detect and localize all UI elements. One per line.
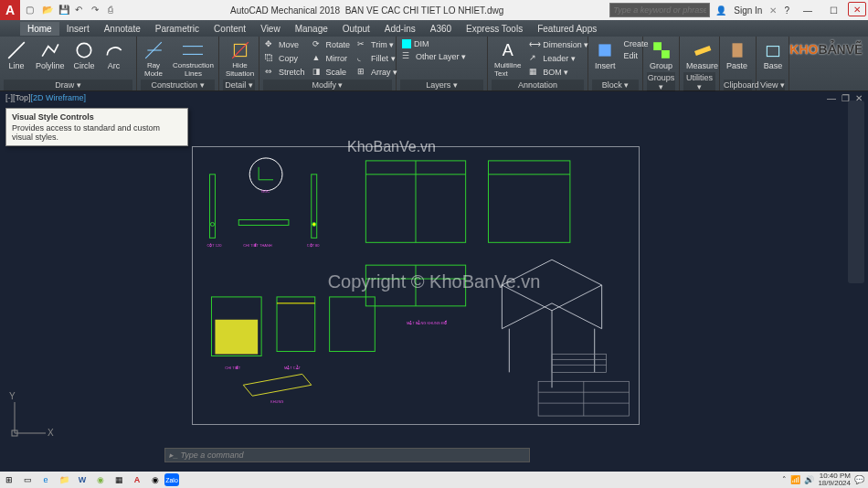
- minimize-button[interactable]: —: [795, 0, 820, 20]
- signin-label[interactable]: Sign In: [734, 5, 762, 16]
- panel-construction-label[interactable]: Construction ▾: [141, 80, 215, 90]
- qat-undo-icon[interactable]: ↶: [75, 5, 86, 16]
- explorer-icon[interactable]: 📁: [55, 472, 73, 488]
- tab-annotate[interactable]: Annotate: [97, 22, 148, 36]
- svg-point-17: [312, 222, 316, 226]
- panel-detail-label[interactable]: Detail ▾: [223, 80, 255, 90]
- group-button[interactable]: Group: [647, 38, 675, 72]
- panel-utilities-label[interactable]: Utilities ▾: [683, 72, 715, 92]
- mirror-button[interactable]: ▲Mirror: [311, 52, 353, 65]
- ucs-icon: X Y: [7, 395, 53, 444]
- trim-button[interactable]: ✂Trim ▾: [355, 38, 399, 51]
- volume-icon[interactable]: 🔊: [804, 475, 814, 484]
- copy-icon: ⿻: [265, 53, 276, 64]
- hide-icon: [230, 40, 250, 60]
- zalo-icon[interactable]: Zalo: [164, 473, 179, 486]
- circle-button[interactable]: Circle: [71, 38, 98, 72]
- tab-home[interactable]: Home: [20, 22, 59, 36]
- qat-redo-icon[interactable]: ↷: [91, 5, 102, 16]
- move-button[interactable]: ✥Move: [263, 38, 307, 51]
- edge-icon[interactable]: e: [37, 472, 55, 488]
- autocad-taskbar-icon[interactable]: A: [128, 472, 146, 488]
- maximize-button[interactable]: ☐: [820, 0, 846, 20]
- scale-button[interactable]: ◨Scale: [311, 66, 353, 79]
- layer-color-swatch[interactable]: DIM: [400, 38, 483, 49]
- search-input[interactable]: [609, 3, 710, 17]
- circle-icon: [74, 40, 94, 60]
- qat-open-icon[interactable]: 📂: [42, 5, 53, 16]
- svg-text:KHUNG: KHUNG: [270, 399, 283, 404]
- chrome-icon[interactable]: ◉: [146, 472, 164, 488]
- tab-insert[interactable]: Insert: [59, 22, 97, 36]
- help-icon[interactable]: ?: [784, 5, 789, 16]
- drawing-sheet: CỘT 120 CHI TIẾT THANH CỘT 80 GÓC CHI TI…: [192, 146, 640, 425]
- stretch-button[interactable]: ⇔Stretch: [263, 66, 307, 79]
- command-line[interactable]: ▸_ Type a command: [164, 448, 530, 462]
- clock[interactable]: 10:40 PM 18/9/2024: [818, 472, 851, 487]
- panel-modify-label[interactable]: Modify ▾: [263, 80, 392, 90]
- tooltip-title: Visual Style Controls: [12, 112, 182, 122]
- start-button[interactable]: ⊞: [0, 472, 18, 488]
- paste-button[interactable]: Paste: [724, 38, 750, 72]
- tab-express[interactable]: Express Tools: [459, 22, 530, 36]
- vp-minimize-icon[interactable]: —: [827, 93, 836, 103]
- taskview-icon[interactable]: ▭: [18, 472, 37, 488]
- polyline-button[interactable]: Polyline: [33, 38, 68, 72]
- svg-rect-13: [767, 47, 778, 57]
- app-logo[interactable]: A: [0, 0, 20, 20]
- tab-parametric[interactable]: Parametric: [148, 22, 206, 36]
- hide-situation-button[interactable]: Hide Situation: [223, 38, 257, 80]
- tray-up-icon[interactable]: ˄: [782, 475, 787, 484]
- text-icon: A: [498, 40, 518, 60]
- notifications-icon[interactable]: 💬: [854, 475, 864, 484]
- panel-groups-label[interactable]: Groups ▾: [647, 72, 675, 92]
- tab-featured[interactable]: Featured Apps: [530, 22, 604, 36]
- close-button[interactable]: ✕: [848, 2, 866, 16]
- tab-a360[interactable]: A360: [423, 22, 459, 36]
- qat-new-icon[interactable]: ▢: [26, 5, 37, 16]
- panel-draw-label[interactable]: Draw ▾: [4, 80, 132, 90]
- dwg-label: CỘT 120: [207, 243, 223, 248]
- ray-icon: [143, 40, 164, 60]
- measure-button[interactable]: Measure: [683, 38, 721, 72]
- bom-button[interactable]: ▦BOM ▾: [527, 66, 590, 79]
- arc-button[interactable]: Arc: [101, 38, 127, 72]
- exchange-icon[interactable]: ✕: [769, 5, 777, 16]
- tab-addins[interactable]: Add-ins: [377, 22, 423, 36]
- panel-block-label[interactable]: Block ▾: [592, 80, 639, 90]
- qat-print-icon[interactable]: ⎙: [108, 5, 119, 16]
- app-icon-2[interactable]: ▦: [110, 472, 128, 488]
- signin-icon[interactable]: 👤: [715, 5, 726, 16]
- other-layer-button[interactable]: ☰Other Layer ▾: [400, 50, 483, 63]
- cad-drawing: CỘT 120 CHI TIẾT THANH CỘT 80 GÓC CHI TI…: [193, 147, 639, 424]
- tab-manage[interactable]: Manage: [288, 22, 335, 36]
- word-icon[interactable]: W: [73, 472, 91, 488]
- base-icon: [763, 40, 783, 60]
- base-view-button[interactable]: Base: [760, 38, 786, 72]
- svg-rect-40: [552, 355, 607, 373]
- viewport-label[interactable]: [-][Top][2D Wireframe]: [5, 93, 86, 102]
- insert-block-button[interactable]: Insert: [592, 38, 619, 72]
- panel-view-label[interactable]: View ▾: [760, 80, 785, 90]
- fillet-button[interactable]: ◟Fillet ▾: [355, 52, 399, 65]
- wifi-icon[interactable]: 📶: [790, 475, 800, 484]
- copy-button[interactable]: ⿻Copy: [263, 52, 307, 65]
- khobanve-logo: KHOBẢNVẼ: [789, 42, 863, 57]
- ucs-x-label: X: [48, 428, 54, 438]
- navigation-bar[interactable]: [848, 101, 864, 283]
- array-button[interactable]: ⊞Array ▾: [355, 66, 399, 79]
- line-button[interactable]: Line: [4, 38, 29, 72]
- tab-view[interactable]: View: [253, 22, 288, 36]
- multiline-text-button[interactable]: AMultiline Text: [492, 38, 524, 80]
- drawing-viewport[interactable]: [-][Top][2D Wireframe] — ❐ ✕ Visual Styl…: [0, 91, 868, 472]
- tab-output[interactable]: Output: [335, 22, 377, 36]
- panel-layers-label[interactable]: Layers ▾: [400, 80, 483, 90]
- app-icon-1[interactable]: ◉: [91, 472, 110, 488]
- leader-button[interactable]: ↗Leader ▾: [527, 52, 590, 65]
- construction-lines-button[interactable]: Construction Lines: [170, 38, 217, 80]
- qat-save-icon[interactable]: 💾: [58, 5, 69, 16]
- rotate-button[interactable]: ⟳Rotate: [311, 38, 353, 51]
- tab-content[interactable]: Content: [206, 22, 253, 36]
- ray-mode-button[interactable]: Ray Mode: [141, 38, 166, 80]
- dimension-button[interactable]: ⟷Dimension ▾: [527, 38, 590, 51]
